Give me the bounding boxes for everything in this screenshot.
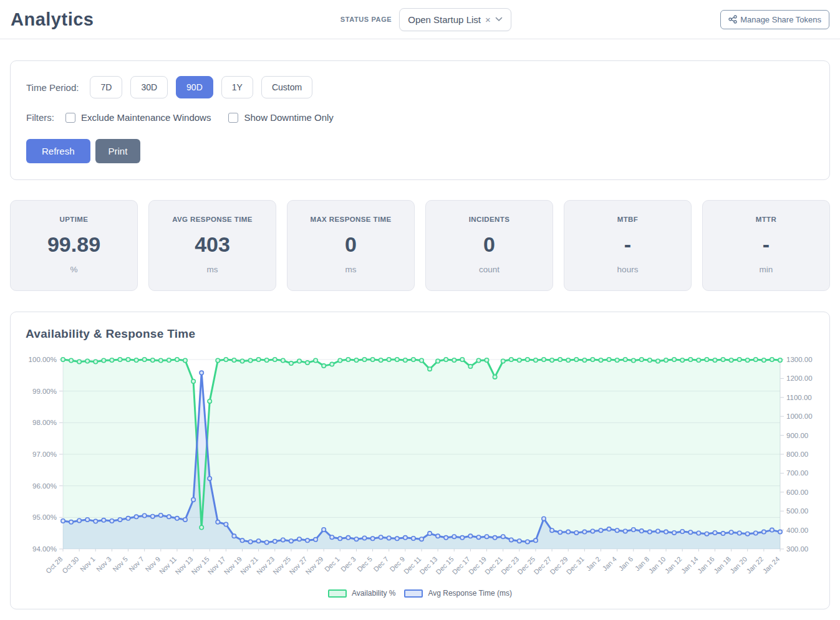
filters-label: Filters: [26,112,54,123]
app-header: Analytics STATUS PAGE Open Startup List … [0,0,840,39]
manage-share-tokens-label: Manage Share Tokens [740,15,821,24]
svg-text:Jan 24: Jan 24 [761,555,781,575]
show-downtime-label: Show Downtime Only [244,112,333,123]
svg-text:Dec 27: Dec 27 [532,555,553,576]
legend-item-response-time[interactable]: Avg Response Time (ms) [404,589,512,598]
manage-share-tokens-button[interactable]: Manage Share Tokens [720,10,829,29]
exclude-maintenance-checkbox-item[interactable]: Exclude Maintenance Windows [65,112,211,123]
status-page-group: STATUS PAGE Open Startup List × [303,8,511,31]
chart-wrap: 100.00%99.00%98.00%97.00%96.00%95.00%94.… [26,346,815,588]
page-title: Analytics [11,9,94,30]
svg-text:900.00: 900.00 [786,432,808,439]
chevron-down-icon [495,17,503,22]
status-page-select[interactable]: Open Startup List × [399,8,511,31]
stat-card-incidents: INCIDENTS 0 count [425,200,553,291]
svg-text:Jan 22: Jan 22 [745,555,765,575]
svg-text:Oct 30: Oct 30 [60,555,80,575]
svg-text:Dec 1: Dec 1 [323,555,341,573]
stat-unit: % [14,265,133,274]
svg-text:100.00%: 100.00% [29,356,57,363]
exclude-maintenance-checkbox[interactable] [65,113,75,123]
stat-label: MTTR [707,216,826,223]
svg-text:Nov 1: Nov 1 [79,555,97,573]
svg-text:Jan 14: Jan 14 [680,555,700,575]
stat-value: - [707,232,826,257]
right-axis: 1300.001200.001100.001000.00900.00800.00… [780,356,813,553]
availability-legend-swatch [328,589,347,598]
svg-text:300.00: 300.00 [786,545,808,553]
response-time-legend-label: Avg Response Time (ms) [428,589,512,598]
legend-item-availability[interactable]: Availability % [328,589,395,598]
svg-text:96.00%: 96.00% [32,482,57,490]
svg-text:Nov 29: Nov 29 [304,555,324,576]
period-button-7d[interactable]: 7D [90,76,122,98]
svg-text:Dec 7: Dec 7 [372,555,390,573]
period-button-90d[interactable]: 90D [176,76,213,98]
svg-text:98.00%: 98.00% [32,419,57,426]
svg-text:1100.00: 1100.00 [786,394,812,401]
svg-text:Jan 6: Jan 6 [617,555,635,573]
svg-text:1200.00: 1200.00 [786,374,813,382]
svg-text:400.00: 400.00 [786,527,808,534]
svg-text:Dec 29: Dec 29 [549,555,569,576]
svg-text:500.00: 500.00 [786,507,808,515]
chart-legend: Availability % Avg Response Time (ms) [26,589,814,598]
svg-text:Dec 19: Dec 19 [467,555,488,576]
period-button-30d[interactable]: 30D [130,76,168,98]
stat-card-mttr: MTTR - min [702,200,830,291]
stat-label: MTBF [568,216,687,223]
svg-text:Dec 17: Dec 17 [451,555,471,576]
stat-card-mtbf: MTBF - hours [564,200,692,291]
show-downtime-checkbox-item[interactable]: Show Downtime Only [228,112,333,123]
svg-text:Nov 15: Nov 15 [190,555,211,576]
chart-panel: Availability & Response Time 100.00%99.0… [10,312,830,609]
time-period-label: Time Period: [26,82,79,93]
status-page-label: STATUS PAGE [340,16,392,23]
svg-text:Dec 31: Dec 31 [565,555,586,576]
svg-text:Nov 21: Nov 21 [239,555,259,576]
availability-response-chart: 100.00%99.00%98.00%97.00%96.00%95.00%94.… [26,346,815,585]
stat-value: - [568,232,687,257]
stat-label: MAX RESPONSE TIME [291,216,410,223]
svg-text:Jan 12: Jan 12 [664,555,683,575]
filter-panel: Time Period: 7D 30D 90D 1Y Custom Filter… [10,60,830,180]
stat-unit: count [430,265,549,274]
svg-text:Jan 4: Jan 4 [601,555,619,573]
svg-text:Jan 20: Jan 20 [728,555,748,575]
stat-card-max-response: MAX RESPONSE TIME 0 ms [287,200,415,291]
clear-selection-icon[interactable]: × [485,15,491,24]
x-axis: Oct 28Oct 30Nov 1Nov 3Nov 5Nov 7Nov 9Nov… [44,549,781,576]
svg-text:Dec 23: Dec 23 [500,555,520,576]
filters-row: Filters: Exclude Maintenance Windows Sho… [26,112,814,123]
svg-text:600.00: 600.00 [786,489,808,496]
svg-text:Oct 28: Oct 28 [44,555,64,575]
period-button-1y[interactable]: 1Y [221,76,253,98]
svg-text:94.00%: 94.00% [32,545,57,553]
show-downtime-checkbox[interactable] [228,113,238,123]
svg-text:700.00: 700.00 [786,469,808,477]
svg-text:Jan 10: Jan 10 [647,555,667,575]
chart-title: Availability & Response Time [26,327,814,341]
svg-text:Dec 13: Dec 13 [418,555,438,576]
svg-text:Dec 21: Dec 21 [483,555,504,576]
svg-text:1000.00: 1000.00 [786,413,813,420]
svg-text:Jan 16: Jan 16 [696,555,716,575]
status-page-selected-value: Open Startup List [408,14,481,25]
svg-text:Nov 25: Nov 25 [271,555,292,576]
svg-text:Dec 5: Dec 5 [355,555,374,573]
stat-value: 0 [430,232,549,257]
stat-value: 403 [153,232,272,257]
share-icon [728,15,737,24]
svg-text:95.00%: 95.00% [32,513,57,521]
stat-unit: ms [153,265,272,274]
svg-text:Nov 23: Nov 23 [255,555,276,576]
period-button-custom[interactable]: Custom [261,76,312,98]
stats-row: UPTIME 99.89 % AVG RESPONSE TIME 403 ms … [10,200,830,291]
svg-text:Dec 25: Dec 25 [516,555,536,576]
stat-label: INCIDENTS [430,216,549,223]
availability-legend-label: Availability % [352,589,395,598]
refresh-button[interactable]: Refresh [26,139,90,163]
stat-unit: ms [291,265,410,274]
svg-text:Jan 18: Jan 18 [712,555,732,575]
print-button[interactable]: Print [95,139,141,163]
